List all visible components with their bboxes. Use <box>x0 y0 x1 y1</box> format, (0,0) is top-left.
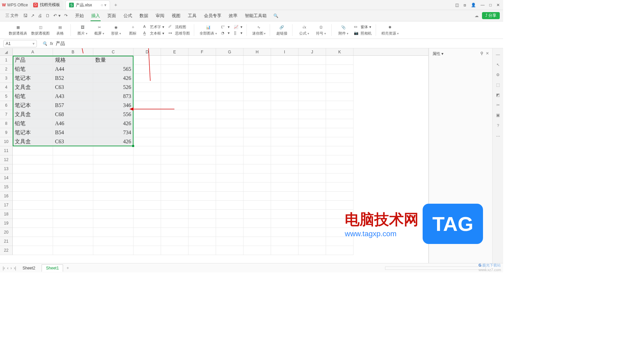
row-header[interactable]: 18 <box>0 210 13 219</box>
cell[interactable] <box>161 155 189 164</box>
cell[interactable]: C63 <box>53 137 93 146</box>
cell[interactable] <box>161 92 189 101</box>
cell[interactable] <box>93 246 133 255</box>
cell[interactable] <box>299 183 326 192</box>
collapse-icon[interactable]: — <box>496 52 500 57</box>
select-all-corner[interactable]: ◢ <box>0 48 13 55</box>
cell[interactable]: 文具盒 <box>13 83 53 92</box>
mindmap-button[interactable]: ⊶思维导图 <box>168 31 190 36</box>
cell[interactable] <box>326 164 354 173</box>
row-header[interactable]: 4 <box>0 83 13 92</box>
cell[interactable] <box>271 219 299 228</box>
cell[interactable] <box>189 246 216 255</box>
cell[interactable]: C63 <box>53 83 93 92</box>
cell[interactable]: 526 <box>93 83 133 92</box>
cell[interactable] <box>189 119 216 128</box>
cell[interactable] <box>271 173 299 183</box>
cell[interactable] <box>133 92 161 101</box>
cell[interactable] <box>216 164 244 173</box>
cell[interactable] <box>271 110 299 119</box>
cell[interactable] <box>326 110 354 119</box>
cell[interactable]: 规格 <box>53 56 93 65</box>
cell[interactable]: 数量 <box>93 56 133 65</box>
cell[interactable] <box>271 228 299 237</box>
file-menu[interactable]: 三 文件 <box>3 13 21 18</box>
cell[interactable] <box>326 74 354 83</box>
cell[interactable] <box>161 56 189 65</box>
column-header[interactable]: E <box>161 48 189 55</box>
cell[interactable] <box>271 119 299 128</box>
cell[interactable] <box>299 110 326 119</box>
zoom-preview-icon[interactable]: 🔍 <box>42 41 47 46</box>
cell[interactable] <box>53 210 93 219</box>
cell[interactable] <box>244 83 271 92</box>
cell[interactable] <box>299 137 326 146</box>
cell[interactable] <box>161 74 189 83</box>
cell[interactable]: 铅笔 <box>13 92 53 101</box>
cell[interactable]: B54 <box>53 128 93 137</box>
cell[interactable] <box>244 128 271 137</box>
cell[interactable] <box>216 101 244 110</box>
cell[interactable] <box>161 101 189 110</box>
sheet-tab[interactable]: Sheet1 <box>42 264 63 272</box>
print-icon[interactable]: 🖨 <box>38 13 42 18</box>
redo-icon[interactable]: ↷ <box>64 13 68 18</box>
sheet-first-icon[interactable]: |‹ <box>3 266 5 270</box>
cell[interactable] <box>216 56 244 65</box>
more-icon[interactable]: ⋯ <box>496 134 500 139</box>
cell[interactable] <box>326 83 354 92</box>
all-charts-button[interactable]: 📊全部图表 <box>200 24 217 36</box>
cell[interactable] <box>133 137 161 146</box>
row-header[interactable]: 9 <box>0 128 13 137</box>
cell[interactable] <box>189 173 216 183</box>
cell[interactable] <box>216 74 244 83</box>
cube-icon[interactable]: ⧈ <box>464 3 466 7</box>
cell[interactable] <box>271 101 299 110</box>
cell[interactable] <box>133 65 161 74</box>
cell[interactable] <box>133 74 161 83</box>
settings-icon[interactable]: ⚙ <box>496 72 500 77</box>
cell[interactable] <box>161 183 189 192</box>
cell[interactable] <box>299 173 326 183</box>
menu-tab-1[interactable]: 插入 <box>91 11 101 20</box>
cell[interactable] <box>216 92 244 101</box>
cell[interactable] <box>244 237 271 246</box>
cell[interactable] <box>216 173 244 183</box>
cell[interactable] <box>189 128 216 137</box>
cell[interactable] <box>299 128 326 137</box>
row-header[interactable]: 10 <box>0 137 13 146</box>
cell[interactable]: 873 <box>93 92 133 101</box>
cell[interactable] <box>189 201 216 210</box>
cell[interactable] <box>244 74 271 83</box>
cell[interactable] <box>133 246 161 255</box>
tab-template[interactable]: D 找稻壳模板 <box>30 0 63 10</box>
menu-tab-3[interactable]: 公式 <box>123 11 133 20</box>
cell[interactable] <box>326 183 354 192</box>
cell[interactable] <box>271 192 299 201</box>
column-header[interactable]: C <box>93 48 133 55</box>
new-tab-button[interactable]: ＋ <box>113 2 118 8</box>
row-header[interactable]: 21 <box>0 237 13 246</box>
cell[interactable] <box>161 164 189 173</box>
hyperlink-button[interactable]: 🔗超链接 <box>275 24 288 36</box>
pie-chart-button[interactable]: ◔▾ <box>221 31 230 36</box>
cell[interactable] <box>189 183 216 192</box>
row-header[interactable]: 11 <box>0 146 13 155</box>
cell[interactable] <box>244 219 271 228</box>
row-header[interactable]: 7 <box>0 110 13 119</box>
row-header[interactable]: 5 <box>0 92 13 101</box>
cell[interactable] <box>216 119 244 128</box>
column-header[interactable]: J <box>299 48 326 55</box>
cell[interactable] <box>133 210 161 219</box>
cell[interactable] <box>244 173 271 183</box>
close-icon[interactable]: ✕ <box>496 3 500 7</box>
cell[interactable] <box>161 110 189 119</box>
sheet-prev-icon[interactable]: ‹ <box>7 266 8 270</box>
cell[interactable] <box>299 246 326 255</box>
cell[interactable] <box>189 192 216 201</box>
cell[interactable] <box>161 192 189 201</box>
row-header[interactable]: 6 <box>0 101 13 110</box>
cell[interactable] <box>13 164 53 173</box>
cell[interactable] <box>53 192 93 201</box>
cell[interactable] <box>271 92 299 101</box>
